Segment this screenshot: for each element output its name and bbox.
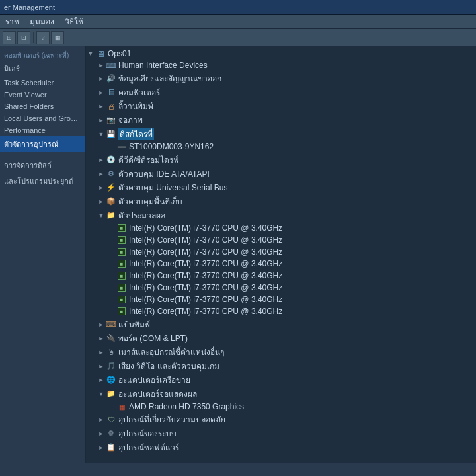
tree-item[interactable]: ▦AMD Radeon HD 7350 Graphics	[86, 401, 476, 413]
tree-expand-icon: ►	[97, 183, 106, 192]
port-icon: 🔌	[106, 333, 116, 344]
sidebar-item-programs[interactable]: และโปรแกรมประยุกต์	[0, 173, 85, 189]
display_folder-icon: 📁	[106, 389, 116, 399]
tree-item[interactable]: ►⚙อุปกรณ์ของระบบ	[86, 426, 476, 440]
tree-item[interactable]: ►🖨ลิ้วานพิมพ์	[86, 99, 476, 113]
sidebar-item-device-manager[interactable]: ตัวจัดการอุปกรณ์	[0, 136, 85, 152]
mouse-icon: 🖱	[106, 347, 116, 358]
window-title: er Management	[4, 3, 55, 11]
controller-icon: ⚙	[106, 169, 116, 179]
tree-item[interactable]: ►⌨แป้นพิมพ์	[86, 317, 476, 331]
toolbar-separator	[33, 32, 34, 43]
tree-label: ตัวควบคุมพื้นที่เก็บ	[118, 195, 182, 208]
device-tree: ▼🖥Ops01►⌨Human Interface Devices►🔊ข้อมูล…	[86, 46, 476, 463]
tree-item[interactable]: ▼💾ดิสก์ไดรที่	[86, 127, 476, 141]
tree-expand-icon: ►	[97, 415, 106, 424]
printer2-icon: ⌨	[106, 319, 116, 330]
tree-item[interactable]: ►📋อุปกรณ์ซอฟต์แวร์	[86, 440, 476, 454]
sidebar-item-performance[interactable]: Performance	[0, 124, 85, 136]
status-text	[4, 466, 6, 473]
tree-label: Intel(R) Core(TM) i7-3770 CPU @ 3.40GHz	[129, 259, 282, 268]
cpu-icon: ■	[116, 235, 127, 245]
tree-item[interactable]: ►📦ตัวควบคุมพื้นที่เก็บ	[86, 194, 476, 208]
tree-expand-icon: ►	[97, 74, 106, 83]
tree-label: Ops01	[108, 49, 131, 58]
tree-item[interactable]: ►⚙ตัวควบคุม IDE ATA/ATAPI	[86, 167, 476, 180]
tree-expand-icon: ►	[97, 429, 106, 438]
tree-expand-icon	[107, 307, 116, 316]
toolbar-btn-scan[interactable]: ▦	[51, 31, 64, 44]
sidebar-item-local-users[interactable]: Local Users and Groups	[0, 112, 85, 124]
menu-file[interactable]: ราช	[0, 15, 24, 28]
tree-item[interactable]: ▼📁อะแดปเตอร์จอแสดงผล	[86, 387, 476, 401]
tree-expand-icon	[107, 247, 116, 257]
cpu-icon: ■	[116, 306, 127, 317]
sidebar-item-disk-management[interactable]: การจัดการดิสก์	[0, 157, 85, 173]
sidebar: คอมพิวเตอร์ (เฉพาะที่) มิเอร์ Task Sched…	[0, 46, 86, 463]
tree-item[interactable]: ▼📁ตัวประมวลผล	[86, 208, 476, 222]
tree-label: คอมพิวเตอร์	[118, 86, 160, 99]
tree-label: ดีวีดี/ซีดีรอมไดรฟ์	[118, 153, 179, 166]
camera-icon: 📷	[106, 115, 116, 126]
tree-label: ST1000DM003-9YN162	[129, 142, 214, 151]
tree-label: Intel(R) Core(TM) i7-3770 CPU @ 3.40GHz	[129, 271, 282, 280]
tree-label: ลิ้วานพิมพ์	[118, 100, 153, 112]
sidebar-item-event-viewer[interactable]: Event Viewer	[0, 89, 85, 100]
tree-item[interactable]: ■Intel(R) Core(TM) i7-3770 CPU @ 3.40GHz	[86, 282, 476, 294]
print-icon: 🖨	[106, 101, 116, 112]
menu-help[interactable]: วิธีใช้	[60, 15, 89, 28]
tree-item[interactable]: ►🖥คอมพิวเตอร์	[86, 85, 476, 99]
tree-item[interactable]: ■Intel(R) Core(TM) i7-3770 CPU @ 3.40GHz	[86, 270, 476, 282]
toolbar-btn-0[interactable]: ⊞	[3, 31, 16, 44]
cpu-icon: ■	[116, 282, 127, 293]
sidebar-item-viewer[interactable]: มิเอร์	[0, 61, 85, 77]
tree-item[interactable]: ►🛡อุปกรณ์ที่เกี่ยวกับความปลอดภัย	[86, 413, 476, 426]
tree-item[interactable]: ►⚡ตัวควบคุม Universal Serial Bus	[86, 180, 476, 194]
tree-item[interactable]: ■Intel(R) Core(TM) i7-3770 CPU @ 3.40GHz	[86, 294, 476, 305]
tree-item[interactable]: ►📷จอภาพ	[86, 113, 476, 127]
tree-expand-icon: ▼	[97, 211, 106, 220]
tree-label: Intel(R) Core(TM) i7-3770 CPU @ 3.40GHz	[129, 247, 282, 257]
security-icon: 🛡	[106, 415, 116, 425]
tree-item[interactable]: ■Intel(R) Core(TM) i7-3770 CPU @ 3.40GHz	[86, 246, 476, 258]
tree-item[interactable]: ■Intel(R) Core(TM) i7-3770 CPU @ 3.40GHz	[86, 305, 476, 317]
tree-item[interactable]: ►💿ดีวีดี/ซีดีรอมไดรฟ์	[86, 153, 476, 167]
tree-item[interactable]: ►🔊ข้อมูลเสียงและสัญญาณขาออก	[86, 71, 476, 85]
tree-expand-icon	[107, 283, 116, 292]
toolbar-btn-help[interactable]: ?	[36, 31, 50, 44]
toolbar-btn-1[interactable]: ⊡	[17, 31, 30, 44]
disk-icon: 💾	[106, 129, 116, 139]
tree-expand-icon: ►	[97, 362, 106, 371]
tree-item[interactable]: ►⌨Human Interface Devices	[86, 60, 476, 71]
tree-label: อุปกรณ์ที่เกี่ยวกับความปลอดภัย	[118, 413, 225, 426]
tree-item[interactable]: ■Intel(R) Core(TM) i7-3770 CPU @ 3.40GHz	[86, 234, 476, 246]
tree-label: Intel(R) Core(TM) i7-3770 CPU @ 3.40GHz	[129, 283, 282, 292]
tree-expand-icon: ▼	[86, 49, 95, 58]
cpu_folder-icon: 📁	[106, 210, 116, 221]
tree-item[interactable]: ►🖱เมาส์และอุปกรณ์ชี้ตำแหน่งอื่นๆ	[86, 345, 476, 359]
tree-item[interactable]: ▼🖥Ops01	[86, 48, 476, 60]
system-icon: ⚙	[106, 428, 116, 439]
tree-item[interactable]: ■Intel(R) Core(TM) i7-3770 CPU @ 3.40GHz	[86, 222, 476, 234]
tree-expand-icon: ►	[97, 155, 106, 165]
tree-expand-icon: ►	[97, 320, 106, 329]
tree-expand-icon: ►	[97, 88, 106, 97]
tree-label: แป้นพิมพ์	[118, 318, 150, 331]
tree-item[interactable]: ►🌐อะแดปเตอร์เครือข่าย	[86, 373, 476, 387]
tree-expand-icon	[107, 142, 116, 151]
tree-item[interactable]: ►🎵เสียง วิดีโอ และตัวควบคุมเกม	[86, 359, 476, 373]
tree-expand-icon	[107, 295, 116, 304]
tree-expand-icon: ►	[97, 102, 106, 111]
tree-label: เสียง วิดีโอ และตัวควบคุมเกม	[118, 360, 219, 372]
sidebar-item-task-scheduler[interactable]: Task Scheduler	[0, 77, 85, 89]
tree-item[interactable]: ►🔌พอร์ต (COM & LPT)	[86, 331, 476, 345]
tree-item[interactable]: ━━ST1000DM003-9YN162	[86, 141, 476, 153]
dvd-icon: 💿	[106, 155, 116, 165]
sidebar-item-shared-folders[interactable]: Shared Folders	[0, 100, 85, 112]
tree-label: AMD Radeon HD 7350 Graphics	[129, 402, 244, 411]
computer-icon: 🖥	[106, 87, 116, 98]
gpu-icon: ▦	[116, 401, 127, 412]
title-bar: er Management	[0, 0, 476, 15]
menu-view[interactable]: มุมมอง	[24, 15, 60, 28]
tree-item[interactable]: ■Intel(R) Core(TM) i7-3770 CPU @ 3.40GHz	[86, 258, 476, 270]
